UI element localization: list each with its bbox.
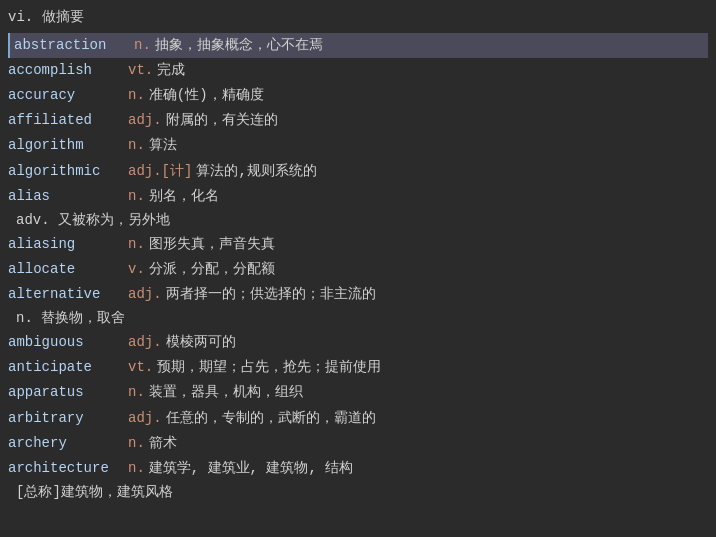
entry-word: anticipate bbox=[8, 356, 128, 379]
entry-definition: 抽象，抽象概念，心不在焉 bbox=[155, 34, 708, 57]
entry-pos: n. bbox=[128, 185, 145, 208]
entry-pos: n. bbox=[128, 84, 145, 107]
entry-definition: 准确(性)，精确度 bbox=[149, 84, 708, 107]
entry-pos: adj. bbox=[128, 407, 162, 430]
entry-word: alias bbox=[8, 185, 128, 208]
entry-architecture: architecturen.建筑学, 建筑业, 建筑物, 结构 bbox=[8, 456, 708, 481]
entry-word: algorithm bbox=[8, 134, 128, 157]
entry-pos: adj. bbox=[128, 109, 162, 132]
top-note: vi. 做摘要 bbox=[8, 4, 708, 33]
entry-definition: 分派，分配，分配额 bbox=[149, 258, 708, 281]
entry-word: abstraction bbox=[14, 34, 134, 57]
entry-pos: n. bbox=[128, 457, 145, 480]
entry-definition: 装置，器具，机构，组织 bbox=[149, 381, 708, 404]
entry-ambiguous: ambiguousadj.模棱两可的 bbox=[8, 330, 708, 355]
entry-word: arbitrary bbox=[8, 407, 128, 430]
entry-apparatus: apparatusn.装置，器具，机构，组织 bbox=[8, 380, 708, 405]
entry-word: apparatus bbox=[8, 381, 128, 404]
entry-pos: adj. bbox=[128, 283, 162, 306]
entry-pos: vt. bbox=[128, 356, 153, 379]
entry-word: algorithmic bbox=[8, 160, 128, 183]
dictionary-container: vi. 做摘要abstractionn.抽象，抽象概念，心不在焉accompli… bbox=[0, 0, 716, 508]
entry-pos: n. bbox=[128, 233, 145, 256]
entry-definition: 建筑学, 建筑业, 建筑物, 结构 bbox=[149, 457, 708, 480]
entry-definition: 附属的，有关连的 bbox=[166, 109, 708, 132]
entry-aliasing: aliasingn.图形失真，声音失真 bbox=[8, 232, 708, 257]
entry-word: accomplish bbox=[8, 59, 128, 82]
entry-pos: adj. bbox=[128, 331, 162, 354]
entry-arbitrary: arbitraryadj.任意的，专制的，武断的，霸道的 bbox=[8, 406, 708, 431]
entry-anticipate: anticipatevt.预期，期望；占先，抢先；提前使用 bbox=[8, 355, 708, 380]
entry-pos: v. bbox=[128, 258, 145, 281]
entry-word: aliasing bbox=[8, 233, 128, 256]
entry-accomplish: accomplishvt.完成 bbox=[8, 58, 708, 83]
entry-continuation: [总称]建筑物，建筑风格 bbox=[8, 481, 708, 504]
entry-affiliated: affiliatedadj.附属的，有关连的 bbox=[8, 108, 708, 133]
entry-definition: 模棱两可的 bbox=[166, 331, 708, 354]
entry-alias: aliasn.别名，化名 bbox=[8, 184, 708, 209]
entry-allocate: allocatev.分派，分配，分配额 bbox=[8, 257, 708, 282]
entry-word: ambiguous bbox=[8, 331, 128, 354]
entry-pos: n. bbox=[128, 381, 145, 404]
entry-word: affiliated bbox=[8, 109, 128, 132]
entry-definition: 别名，化名 bbox=[149, 185, 708, 208]
entry-definition: 预期，期望；占先，抢先；提前使用 bbox=[157, 356, 708, 379]
entry-definition: 图形失真，声音失真 bbox=[149, 233, 708, 256]
entry-continuation: adv. 又被称为，另外地 bbox=[8, 209, 708, 232]
entry-word: archery bbox=[8, 432, 128, 455]
entry-abstraction: abstractionn.抽象，抽象概念，心不在焉 bbox=[8, 33, 708, 58]
entry-word: accuracy bbox=[8, 84, 128, 107]
entry-pos: adj.[计] bbox=[128, 160, 192, 183]
entry-pos: n. bbox=[134, 34, 151, 57]
entry-pos: n. bbox=[128, 432, 145, 455]
entry-algorithm: algorithmn.算法 bbox=[8, 133, 708, 158]
entry-pos: vt. bbox=[128, 59, 153, 82]
entry-definition: 完成 bbox=[157, 59, 708, 82]
entry-pos: n. bbox=[128, 134, 145, 157]
entry-definition: 算法的,规则系统的 bbox=[196, 160, 708, 183]
entry-word: architecture bbox=[8, 457, 128, 480]
entry-archery: archeryn.箭术 bbox=[8, 431, 708, 456]
entry-definition: 箭术 bbox=[149, 432, 708, 455]
entry-definition: 任意的，专制的，武断的，霸道的 bbox=[166, 407, 708, 430]
entry-accuracy: accuracyn.准确(性)，精确度 bbox=[8, 83, 708, 108]
entry-definition: 算法 bbox=[149, 134, 708, 157]
entry-definition: 两者择一的；供选择的；非主流的 bbox=[166, 283, 708, 306]
entry-algorithmic: algorithmicadj.[计]算法的,规则系统的 bbox=[8, 159, 708, 184]
entry-alternative: alternativeadj.两者择一的；供选择的；非主流的 bbox=[8, 282, 708, 307]
entry-word: alternative bbox=[8, 283, 128, 306]
entry-continuation: n. 替换物，取舍 bbox=[8, 307, 708, 330]
entry-word: allocate bbox=[8, 258, 128, 281]
